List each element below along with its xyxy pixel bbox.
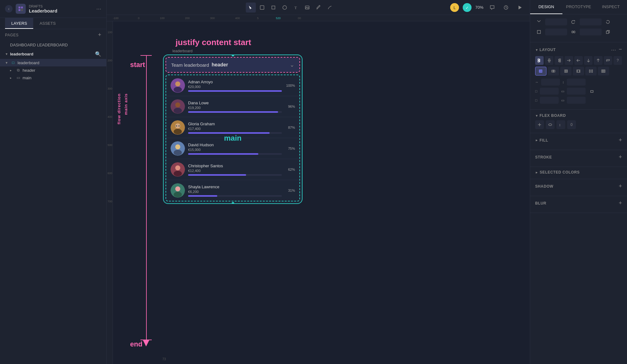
transform-row-1: 0 30 [535, 18, 622, 26]
pad-right-icon: ▭ [561, 89, 564, 93]
bar-fill [188, 153, 258, 155]
collapse-flex-icon[interactable]: ▼ [535, 114, 538, 117]
svg-rect-58 [541, 70, 542, 72]
avatar [171, 120, 185, 135]
justify-start[interactable] [535, 67, 546, 75]
tab-layers[interactable]: LAYERS [5, 18, 33, 29]
path-tool[interactable] [325, 3, 335, 13]
layer-leaderboard[interactable]: ▼ □ leaderboard [0, 59, 106, 66]
layout-section-header: ▼ LAYOUT ⋯ − [535, 46, 622, 54]
stroke-add-button[interactable]: + [619, 154, 622, 160]
comment-icon[interactable] [487, 3, 497, 13]
item-pct: 75% [285, 147, 295, 150]
list-item: Gloria Graham €17,400 87% [166, 117, 299, 138]
flex-text-icon[interactable]: I [556, 120, 565, 129]
padding-expand-icon[interactable] [588, 87, 596, 95]
history-icon[interactable] [501, 3, 511, 13]
ellipse-tool[interactable] [280, 3, 290, 13]
pad-left-input[interactable]: 20 [567, 97, 586, 104]
shadow-add-button[interactable]: + [619, 183, 622, 190]
svg-rect-67 [577, 70, 579, 72]
rect-tool[interactable] [268, 3, 278, 13]
stroke-header: STROKE + [535, 154, 622, 160]
justify-evenly[interactable] [598, 67, 609, 75]
ruler-vertical: 100 200 300 400 500 600 700 [107, 21, 113, 364]
flex-zero-icon[interactable]: 0 [567, 120, 576, 129]
collapse-sc-icon[interactable]: ► [535, 171, 539, 174]
gap-h-input[interactable]: 10 [541, 79, 560, 86]
pad-top-input[interactable]: 15 [540, 88, 559, 95]
align-tc[interactable] [545, 56, 553, 65]
padding-row-1: □ 15 ▭ 15 [535, 87, 622, 95]
pen-tool[interactable] [314, 3, 324, 13]
tab-prototype[interactable]: PROTOTYPE [562, 0, 595, 14]
bar-bg [188, 174, 282, 176]
help-icon[interactable]: ? [614, 56, 622, 65]
avatar [171, 99, 185, 114]
flex-oval-icon[interactable] [546, 120, 555, 129]
justify-center[interactable] [548, 67, 559, 75]
item-info: Christopher Santos €12,400 [188, 164, 282, 176]
ruler-mark-v: 100 [108, 31, 112, 34]
x-input[interactable]: 0 [545, 18, 567, 25]
image-tool[interactable] [302, 3, 312, 13]
svg-rect-0 [18, 7, 20, 8]
text-tool[interactable]: T [291, 3, 301, 13]
list-item: Shayla Lawrence €6,200 31% [166, 180, 299, 201]
justify-end[interactable] [560, 67, 572, 75]
collapse-fill-icon[interactable]: ► [535, 138, 538, 142]
item-name: Gloria Graham [188, 122, 282, 126]
tab-inspect[interactable]: INSPECT [595, 0, 627, 14]
justify-between[interactable] [573, 67, 584, 75]
pointer-tool[interactable] [246, 3, 256, 13]
play-icon[interactable] [515, 3, 525, 13]
arrow-right-icon[interactable] [565, 56, 573, 65]
leaderboard-frame[interactable]: Team leaderboard header ⌄ main [163, 55, 303, 204]
flex-h-icon[interactable] [535, 120, 544, 129]
gap-v-input[interactable]: 10 [567, 79, 586, 86]
align-tr[interactable] [555, 56, 563, 65]
arrow-down-icon[interactable] [584, 56, 593, 65]
rotate-input[interactable]: 30 [580, 18, 602, 25]
layer-main[interactable]: ▸ ▭ main [0, 74, 106, 81]
back-button[interactable]: ‹ [5, 5, 13, 13]
arrow-left-icon[interactable] [574, 56, 583, 65]
item-pct: 87% [285, 126, 295, 129]
svg-text:I: I [559, 123, 561, 127]
tab-assets[interactable]: ASSETS [33, 18, 62, 29]
search-icon[interactable]: 🔍 [95, 51, 101, 57]
align-tl[interactable] [535, 56, 544, 65]
layout-remove-icon[interactable]: − [619, 46, 622, 54]
svg-point-75 [549, 124, 552, 126]
collapse-icon[interactable]: ▼ [535, 48, 538, 52]
copy-size-icon[interactable] [604, 28, 612, 36]
item-info: Gloria Graham €17,400 [188, 122, 282, 134]
v-line [146, 55, 147, 345]
tab-design[interactable]: DESIGN [530, 0, 562, 14]
fill-add-button[interactable]: + [619, 137, 622, 143]
pad-bottom-input[interactable]: 20 [540, 97, 559, 104]
page-dashboard[interactable]: DASHBOARD LEADERBOARD [0, 41, 106, 49]
w-input[interactable] [545, 29, 567, 35]
nav-tabs: LAYERS ASSETS [0, 18, 106, 29]
blur-add-button[interactable]: + [619, 200, 622, 206]
pad-right-input[interactable]: 15 [567, 88, 586, 95]
arrow-up-icon[interactable] [594, 56, 602, 65]
pages-add-button[interactable]: + [98, 32, 101, 38]
frame-tool[interactable] [257, 3, 267, 13]
refresh-icon[interactable] [604, 18, 612, 26]
chevron-down-icon: ▼ [5, 61, 9, 65]
layout-menu-icon[interactable]: ⋯ [610, 46, 617, 54]
justify-around[interactable] [585, 67, 597, 75]
svg-line-37 [537, 20, 539, 22]
layer-header[interactable]: ▸ ⧉ header [0, 66, 106, 74]
svg-point-17 [174, 87, 182, 92]
wrap-icon[interactable] [604, 56, 612, 65]
item-pct: 62% [285, 168, 295, 171]
item-amount: €15,000 [188, 148, 282, 152]
h-input[interactable] [580, 29, 602, 35]
menu-icon[interactable]: ⋯ [96, 6, 101, 12]
flex-board-section: ▼ FLEX BOARD I 0 [530, 110, 627, 133]
user-avatar-2: ✓ [463, 3, 472, 12]
zoom-level[interactable]: 70% [475, 5, 483, 10]
